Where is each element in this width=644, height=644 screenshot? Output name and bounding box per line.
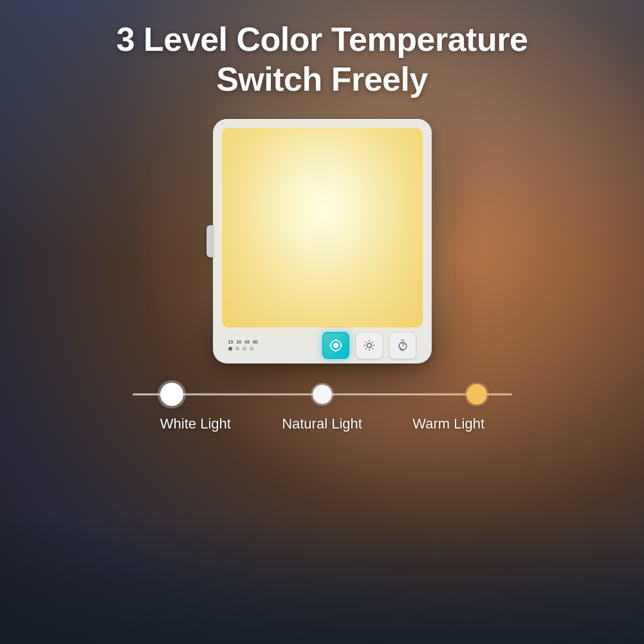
dot-1 <box>228 347 232 351</box>
svg-line-17 <box>403 344 405 346</box>
headline-line2: Switch Freely <box>116 59 528 99</box>
timer-60: 60 <box>253 340 258 344</box>
svg-line-13 <box>365 348 367 349</box>
svg-text:40: 40 <box>400 346 402 349</box>
brightness-icon <box>328 338 344 353</box>
warm-light-indicator[interactable] <box>466 384 487 405</box>
natural-light-indicator[interactable] <box>313 385 332 404</box>
light-panel <box>222 128 423 327</box>
main-control-button[interactable] <box>322 332 349 359</box>
headline: 3 Level Color Temperature Switch Freely <box>116 19 528 100</box>
svg-line-12 <box>372 348 373 349</box>
main-content: 3 Level Color Temperature Switch Freely … <box>0 0 644 644</box>
labels-row: White Light Natural Light Warm Light <box>113 416 531 432</box>
timer-button[interactable]: 60 40 30 <box>389 332 416 359</box>
svg-point-6 <box>367 343 371 347</box>
svg-line-11 <box>365 342 367 343</box>
warm-light-label: Warm Light <box>385 416 512 432</box>
white-light-indicator[interactable] <box>160 383 183 406</box>
color-strip <box>113 392 531 396</box>
svg-point-0 <box>333 343 338 348</box>
dot-2 <box>235 347 239 351</box>
dot-4 <box>250 347 253 351</box>
sun-icon <box>363 339 376 352</box>
device-wrapper: 15 30 45 60 <box>213 119 432 363</box>
light-device: 15 30 45 60 <box>213 119 432 363</box>
dots-row <box>228 347 258 351</box>
dot-3 <box>243 347 246 351</box>
controls-bar: 15 30 45 60 <box>222 327 423 363</box>
natural-light-label: Natural Light <box>259 416 385 432</box>
timer-labels: 15 30 45 60 <box>228 340 258 344</box>
svg-text:30: 30 <box>401 349 404 352</box>
timer-45: 45 <box>244 340 250 344</box>
headline-line1: 3 Level Color Temperature <box>116 19 528 59</box>
timer-15: 15 <box>228 340 234 344</box>
side-handle <box>207 225 214 257</box>
color-temperature-section: White Light Natural Light Warm Light <box>97 392 547 432</box>
white-light-label: White Light <box>133 416 259 432</box>
brightness-button[interactable] <box>356 332 383 359</box>
timer-icon: 60 40 30 <box>396 339 409 352</box>
svg-line-14 <box>372 342 373 343</box>
timer-30: 30 <box>236 340 241 344</box>
timer-section: 15 30 45 60 <box>228 340 258 351</box>
